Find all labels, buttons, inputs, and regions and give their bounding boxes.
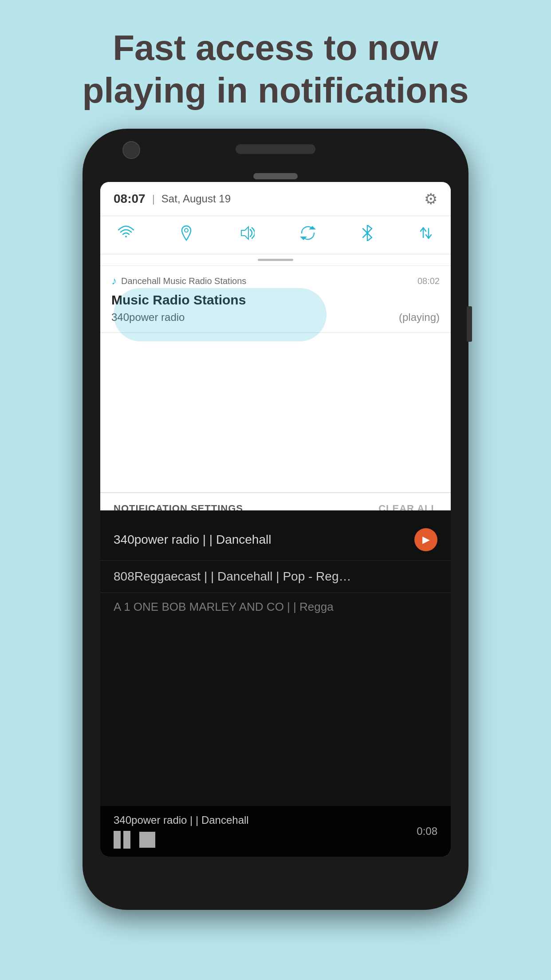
svg-point-0 [185, 229, 188, 232]
drag-line [258, 259, 293, 261]
wifi-icon[interactable] [118, 225, 134, 245]
bluetooth-icon[interactable] [361, 225, 374, 245]
radio-item-3-label: A 1 ONE BOB MARLEY AND CO | | Regga [114, 600, 334, 613]
phone-home-btn [253, 173, 298, 179]
stop-button[interactable] [139, 832, 155, 848]
quick-settings-row [100, 216, 451, 254]
radio-item-1-label: 340power radio | | Dancehall [114, 533, 271, 547]
phone-side-button [467, 306, 472, 342]
radio-item-2-label: 808Reggaecast | | Dancehall | Pop - Reg… [114, 569, 351, 584]
notif-header-row: ♪ Dancehall Music Radio Stations 08:02 [111, 275, 440, 287]
drag-handle[interactable] [100, 254, 451, 266]
bottom-station-label: 340power radio | | Dancehall [114, 814, 249, 826]
app-content: 340power radio | | Dancehall ▶ 808Reggae… [100, 510, 451, 857]
player-controls [114, 831, 249, 849]
notif-app-icon: ♪ [111, 275, 117, 287]
phone-frame: 08:07 | Sat, August 19 ⚙ [83, 129, 468, 910]
location-icon[interactable] [179, 225, 193, 245]
player-time: 0:08 [417, 825, 437, 838]
settings-gear-icon[interactable]: ⚙ [424, 190, 437, 208]
phone-screen: 08:07 | Sat, August 19 ⚙ [100, 182, 451, 857]
status-time: 08:07 [114, 192, 146, 206]
notif-status: (playing) [399, 311, 440, 324]
notif-subtitle-row: 340power radio (playing) [111, 311, 440, 324]
radio-list: 340power radio | | Dancehall ▶ 808Reggae… [100, 510, 451, 621]
play-button-1[interactable]: ▶ [414, 528, 437, 551]
pause-bar-1 [114, 831, 121, 849]
notif-timestamp: 08:02 [417, 276, 440, 286]
notif-app-name: Dancehall Music Radio Stations [121, 276, 413, 286]
header-line1: Fast access to now [35, 27, 516, 69]
svg-marker-1 [241, 227, 248, 239]
notification-card[interactable]: ♪ Dancehall Music Radio Stations 08:02 M… [100, 266, 451, 333]
bottom-player: 340power radio | | Dancehall 0:08 [100, 806, 451, 857]
data-transfer-icon[interactable] [419, 225, 433, 245]
radio-item-1[interactable]: 340power radio | | Dancehall ▶ [100, 519, 451, 561]
radio-item-3-partial[interactable]: A 1 ONE BOB MARLEY AND CO | | Regga [100, 593, 451, 621]
notif-station: 340power radio [111, 311, 185, 324]
header-line2: playing in notifications [35, 69, 516, 112]
radio-item-2[interactable]: 808Reggaecast | | Dancehall | Pop - Reg… [100, 561, 451, 593]
status-bar-left: 08:07 | Sat, August 19 [114, 192, 231, 206]
player-left: 340power radio | | Dancehall [114, 814, 249, 849]
volume-icon[interactable] [239, 225, 255, 245]
pause-button[interactable] [114, 831, 130, 849]
status-date: Sat, August 19 [161, 193, 231, 205]
phone-speaker [236, 144, 315, 154]
pause-bar-2 [123, 831, 130, 849]
notif-title: Music Radio Stations [111, 292, 440, 308]
status-bar: 08:07 | Sat, August 19 ⚙ [100, 182, 451, 216]
notif-empty-area [100, 333, 451, 493]
phone-camera [122, 141, 140, 159]
sync-icon[interactable] [300, 225, 316, 245]
header-text: Fast access to now playing in notificati… [0, 27, 551, 112]
status-divider: | [152, 193, 155, 205]
